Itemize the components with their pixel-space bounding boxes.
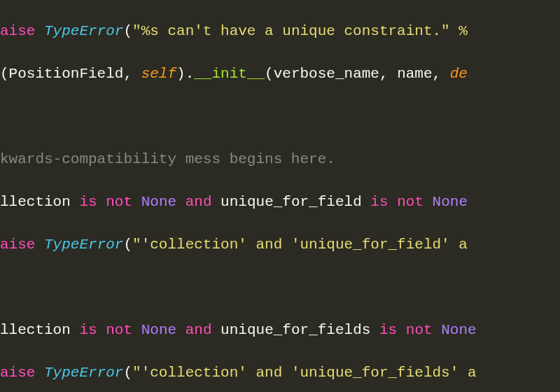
code-line: aise TypeError("'collection' and 'unique… [0,363,560,384]
paren: ( [123,365,132,381]
const-none: None [141,194,176,210]
keyword-raise: aise [0,23,44,39]
const-none: None [441,322,476,338]
keyword-not: not [406,322,433,338]
blank-line [0,277,560,299]
var-collection: llection [0,194,79,210]
punct: ). [176,66,194,82]
keyword-raise: aise [0,365,44,381]
keyword-is: is [79,322,97,338]
code-line: llection is not None and unique_for_fiel… [0,192,560,214]
args: (verbose_name, name, [265,66,450,82]
builtin-type-error: TypeError [44,23,123,39]
expr: (PositionField, [0,66,141,82]
builtin-type-error: TypeError [44,237,123,253]
keyword-is: is [79,194,97,210]
var-unique-for-field: unique_for_field [212,194,371,210]
keyword-and: and [186,322,212,338]
param-de: de [450,66,468,82]
keyword-not: not [397,194,424,210]
comment: kwards-compatibility mess begins here. [0,151,335,167]
keyword-is: is [370,194,388,210]
string-literal: "'collection' and 'unique_for_field' a [132,237,468,253]
paren: ( [123,237,132,253]
string-literal: "%s can't have a unique constraint." % [132,23,468,39]
var-unique-for-fields: unique_for_fields [212,322,379,338]
keyword-not: not [106,322,132,338]
const-none: None [141,322,176,338]
code-editor[interactable]: aise TypeError("%s can't have a unique c… [0,0,560,392]
string-literal: "'collection' and 'unique_for_fields' a [132,365,476,381]
keyword-and: and [186,194,212,210]
code-line: aise TypeError("%s can't have a unique c… [0,21,560,43]
code-line: kwards-compatibility mess begins here. [0,149,560,171]
keyword-self: self [141,66,176,82]
keyword-not: not [106,194,132,210]
keyword-raise: aise [0,237,44,253]
code-line: aise TypeError("'collection' and 'unique… [0,234,560,256]
keyword-is: is [379,322,397,338]
code-line: (PositionField, self).__init__(verbose_n… [0,64,560,85]
method-init: __init__ [194,66,265,82]
code-line: llection is not None and unique_for_fiel… [0,320,560,342]
var-collection: llection [0,322,79,338]
paren: ( [123,23,132,39]
builtin-type-error: TypeError [44,365,123,381]
const-none: None [433,194,468,210]
blank-line [0,106,560,128]
